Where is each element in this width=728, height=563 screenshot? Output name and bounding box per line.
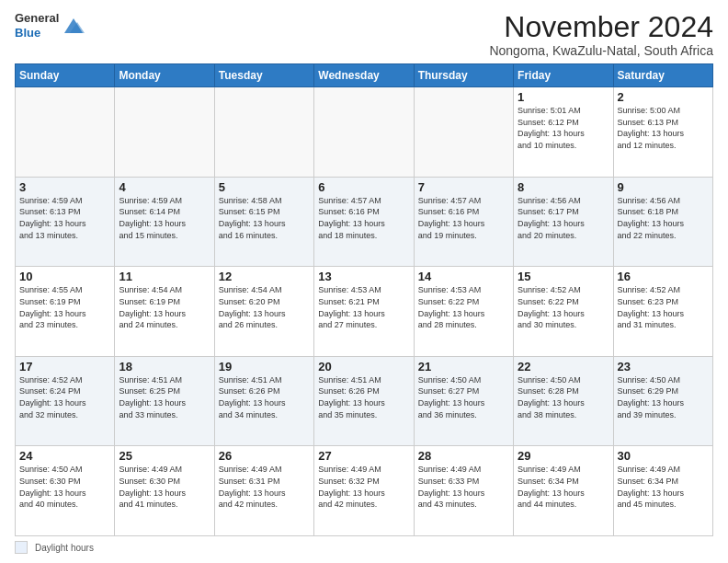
day-number: 25 xyxy=(119,449,210,463)
table-row xyxy=(414,87,513,178)
day-info: Sunrise: 4:49 AM Sunset: 6:34 PM Dayligh… xyxy=(518,464,609,510)
col-thursday: Thursday xyxy=(414,64,513,87)
day-info: Sunrise: 4:50 AM Sunset: 6:28 PM Dayligh… xyxy=(518,374,609,420)
day-info: Sunrise: 4:50 AM Sunset: 6:29 PM Dayligh… xyxy=(618,374,709,420)
day-info: Sunrise: 4:59 AM Sunset: 6:13 PM Dayligh… xyxy=(19,195,110,241)
table-row: 21Sunrise: 4:50 AM Sunset: 6:27 PM Dayli… xyxy=(414,356,513,446)
day-info: Sunrise: 4:49 AM Sunset: 6:30 PM Dayligh… xyxy=(119,464,210,510)
table-row: 3Sunrise: 4:59 AM Sunset: 6:13 PM Daylig… xyxy=(16,177,115,267)
day-info: Sunrise: 4:52 AM Sunset: 6:22 PM Dayligh… xyxy=(518,284,609,330)
day-number: 18 xyxy=(119,360,210,373)
table-row: 22Sunrise: 4:50 AM Sunset: 6:28 PM Dayli… xyxy=(514,356,613,446)
calendar-week-4: 17Sunrise: 4:52 AM Sunset: 6:24 PM Dayli… xyxy=(16,356,713,446)
day-info: Sunrise: 5:01 AM Sunset: 6:12 PM Dayligh… xyxy=(518,105,609,151)
page: General Blue November 2024 Nongoma, KwaZ… xyxy=(0,0,728,563)
calendar-week-1: 1Sunrise: 5:01 AM Sunset: 6:12 PM Daylig… xyxy=(16,87,713,178)
day-info: Sunrise: 4:52 AM Sunset: 6:23 PM Dayligh… xyxy=(618,284,709,330)
day-number: 20 xyxy=(318,360,409,373)
table-row xyxy=(115,87,214,178)
day-info: Sunrise: 4:59 AM Sunset: 6:14 PM Dayligh… xyxy=(119,195,210,241)
table-row: 15Sunrise: 4:52 AM Sunset: 6:22 PM Dayli… xyxy=(514,267,613,357)
day-info: Sunrise: 4:54 AM Sunset: 6:19 PM Dayligh… xyxy=(119,284,210,330)
day-info: Sunrise: 4:51 AM Sunset: 6:26 PM Dayligh… xyxy=(318,374,409,420)
day-number: 28 xyxy=(418,449,509,463)
calendar-week-3: 10Sunrise: 4:55 AM Sunset: 6:19 PM Dayli… xyxy=(16,267,713,357)
day-info: Sunrise: 4:53 AM Sunset: 6:21 PM Dayligh… xyxy=(318,284,409,330)
col-saturday: Saturday xyxy=(613,64,712,87)
day-info: Sunrise: 4:50 AM Sunset: 6:27 PM Dayligh… xyxy=(418,374,509,420)
calendar-week-5: 24Sunrise: 4:50 AM Sunset: 6:30 PM Dayli… xyxy=(16,446,713,536)
table-row: 24Sunrise: 4:50 AM Sunset: 6:30 PM Dayli… xyxy=(16,446,115,536)
table-row: 26Sunrise: 4:49 AM Sunset: 6:31 PM Dayli… xyxy=(214,446,313,536)
table-row: 12Sunrise: 4:54 AM Sunset: 6:20 PM Dayli… xyxy=(214,267,313,357)
day-info: Sunrise: 4:52 AM Sunset: 6:24 PM Dayligh… xyxy=(19,374,110,420)
col-monday: Monday xyxy=(115,64,214,87)
day-info: Sunrise: 4:56 AM Sunset: 6:18 PM Dayligh… xyxy=(618,195,709,241)
table-row: 1Sunrise: 5:01 AM Sunset: 6:12 PM Daylig… xyxy=(514,87,613,178)
day-info: Sunrise: 4:51 AM Sunset: 6:26 PM Dayligh… xyxy=(219,374,310,420)
day-number: 1 xyxy=(518,90,609,104)
table-row xyxy=(314,87,414,178)
day-info: Sunrise: 4:54 AM Sunset: 6:20 PM Dayligh… xyxy=(219,284,310,330)
logo-icon xyxy=(61,13,86,39)
table-row: 5Sunrise: 4:58 AM Sunset: 6:15 PM Daylig… xyxy=(214,177,313,267)
day-number: 23 xyxy=(618,360,709,373)
day-info: Sunrise: 4:53 AM Sunset: 6:22 PM Dayligh… xyxy=(418,284,509,330)
day-number: 30 xyxy=(618,449,709,463)
day-number: 29 xyxy=(518,449,609,463)
day-number: 24 xyxy=(19,449,110,463)
table-row: 16Sunrise: 4:52 AM Sunset: 6:23 PM Dayli… xyxy=(613,267,712,357)
logo: General Blue xyxy=(15,11,86,40)
legend-label: Daylight hours xyxy=(35,543,94,553)
table-row: 17Sunrise: 4:52 AM Sunset: 6:24 PM Dayli… xyxy=(16,356,115,446)
day-info: Sunrise: 4:57 AM Sunset: 6:16 PM Dayligh… xyxy=(318,195,409,241)
day-number: 2 xyxy=(618,90,709,104)
day-number: 7 xyxy=(418,180,509,194)
legend-box xyxy=(15,541,28,554)
title-block: November 2024 Nongoma, KwaZulu-Natal, So… xyxy=(489,11,713,58)
day-number: 17 xyxy=(19,360,110,373)
day-info: Sunrise: 4:49 AM Sunset: 6:32 PM Dayligh… xyxy=(318,464,409,510)
table-row: 14Sunrise: 4:53 AM Sunset: 6:22 PM Dayli… xyxy=(414,267,513,357)
day-info: Sunrise: 4:50 AM Sunset: 6:30 PM Dayligh… xyxy=(19,464,110,510)
table-row: 4Sunrise: 4:59 AM Sunset: 6:14 PM Daylig… xyxy=(115,177,214,267)
col-wednesday: Wednesday xyxy=(314,64,414,87)
day-number: 26 xyxy=(219,449,310,463)
table-row: 7Sunrise: 4:57 AM Sunset: 6:16 PM Daylig… xyxy=(414,177,513,267)
table-row: 2Sunrise: 5:00 AM Sunset: 6:13 PM Daylig… xyxy=(613,87,712,178)
subtitle: Nongoma, KwaZulu-Natal, South Africa xyxy=(489,43,713,58)
table-row: 18Sunrise: 4:51 AM Sunset: 6:25 PM Dayli… xyxy=(115,356,214,446)
header: General Blue November 2024 Nongoma, KwaZ… xyxy=(15,11,713,58)
day-number: 11 xyxy=(119,270,210,283)
main-title: November 2024 xyxy=(489,11,713,43)
day-number: 14 xyxy=(418,270,509,283)
day-info: Sunrise: 4:51 AM Sunset: 6:25 PM Dayligh… xyxy=(119,374,210,420)
table-row: 10Sunrise: 4:55 AM Sunset: 6:19 PM Dayli… xyxy=(16,267,115,357)
table-row: 23Sunrise: 4:50 AM Sunset: 6:29 PM Dayli… xyxy=(613,356,712,446)
logo-general: General xyxy=(15,11,59,26)
day-number: 27 xyxy=(318,449,409,463)
day-info: Sunrise: 5:00 AM Sunset: 6:13 PM Dayligh… xyxy=(618,105,709,151)
col-tuesday: Tuesday xyxy=(214,64,313,87)
day-number: 5 xyxy=(219,180,310,194)
day-number: 10 xyxy=(19,270,110,283)
day-number: 3 xyxy=(19,180,110,194)
calendar-table: Sunday Monday Tuesday Wednesday Thursday… xyxy=(15,63,713,536)
table-row: 13Sunrise: 4:53 AM Sunset: 6:21 PM Dayli… xyxy=(314,267,414,357)
table-row: 30Sunrise: 4:49 AM Sunset: 6:34 PM Dayli… xyxy=(613,446,712,536)
day-number: 19 xyxy=(219,360,310,373)
day-info: Sunrise: 4:56 AM Sunset: 6:17 PM Dayligh… xyxy=(518,195,609,241)
day-info: Sunrise: 4:55 AM Sunset: 6:19 PM Dayligh… xyxy=(19,284,110,330)
col-friday: Friday xyxy=(514,64,613,87)
day-number: 9 xyxy=(618,180,709,194)
table-row: 9Sunrise: 4:56 AM Sunset: 6:18 PM Daylig… xyxy=(613,177,712,267)
day-number: 4 xyxy=(119,180,210,194)
day-number: 22 xyxy=(518,360,609,373)
table-row: 6Sunrise: 4:57 AM Sunset: 6:16 PM Daylig… xyxy=(314,177,414,267)
day-number: 16 xyxy=(618,270,709,283)
table-row: 27Sunrise: 4:49 AM Sunset: 6:32 PM Dayli… xyxy=(314,446,414,536)
logo-blue: Blue xyxy=(15,26,59,40)
day-number: 12 xyxy=(219,270,310,283)
col-sunday: Sunday xyxy=(16,64,115,87)
day-info: Sunrise: 4:49 AM Sunset: 6:31 PM Dayligh… xyxy=(219,464,310,510)
